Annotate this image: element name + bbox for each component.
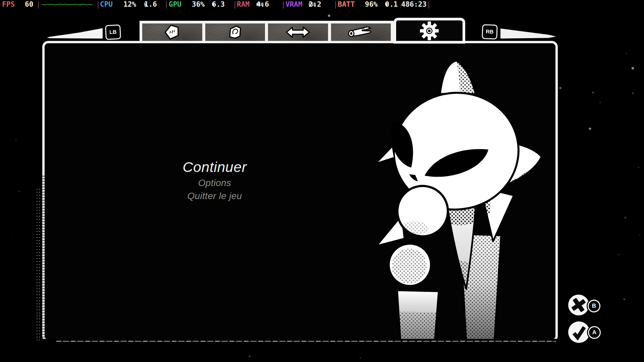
frame-left-speckle	[36, 188, 42, 340]
game-screen: FPS 60 | | CPU 12% 1.6W | GPU 36% 6.3W |…	[0, 0, 644, 362]
fps-label: FPS	[2, 0, 15, 9]
tab-strip	[140, 21, 393, 41]
hud-separator: |	[427, 0, 431, 9]
gear-icon	[420, 21, 439, 41]
ram-label: RAM	[237, 0, 250, 9]
fps-value: 60	[25, 0, 33, 9]
battery-time: 486:23	[401, 0, 427, 9]
tab-settings[interactable]	[393, 18, 465, 44]
tab-divider	[265, 23, 268, 41]
right-bumper-label: RB	[486, 29, 494, 35]
gpu-load: 36%	[192, 0, 205, 9]
a-button-label: A	[592, 329, 596, 336]
tab-notes[interactable]	[142, 23, 202, 41]
b-button-label: B	[592, 303, 596, 309]
right-decorative-wedge	[500, 28, 556, 39]
pause-menu: Continuer Options Quitter le jeu	[114, 160, 315, 201]
menu-item-continue[interactable]: Continuer	[114, 160, 315, 175]
hud-separator: |	[96, 0, 100, 9]
right-bumper-button[interactable]: RB	[482, 24, 498, 40]
cpu-label: CPU	[100, 0, 113, 9]
performance-hud: FPS 60 | | CPU 12% 1.6W | GPU 36% 6.3W |…	[0, 0, 644, 9]
tab-quests[interactable]	[331, 23, 391, 41]
gamepad-b-button: B	[588, 300, 600, 312]
frame-left-distress	[42, 174, 46, 339]
left-bumper-button[interactable]: LB	[105, 24, 121, 40]
hud-separator: |	[36, 0, 41, 9]
battery-charge: 96%	[365, 0, 378, 9]
note-icon	[164, 24, 180, 40]
scroll-icon	[347, 26, 374, 38]
cross-icon	[568, 295, 589, 315]
tab-map[interactable]	[205, 23, 265, 41]
map-icon	[227, 25, 243, 40]
battery-label: BATT	[338, 0, 355, 9]
gamepad-a-button: A	[588, 326, 601, 339]
character-illustration	[359, 56, 560, 342]
hud-separator: |	[164, 0, 169, 9]
tab-divider	[328, 23, 331, 41]
left-bumper-label: LB	[109, 29, 117, 35]
frametime-sparkline	[42, 2, 93, 7]
hud-separator: |	[233, 0, 237, 9]
check-icon	[568, 321, 590, 343]
hud-separator: |	[281, 0, 285, 9]
cpu-load: 12%	[123, 0, 136, 9]
tab-fast-travel[interactable]	[268, 23, 328, 41]
gpu-label: GPU	[169, 0, 181, 9]
left-decorative-wedge	[47, 28, 103, 39]
menu-item-options[interactable]: Options	[114, 178, 315, 188]
menu-item-quit[interactable]: Quitter le jeu	[114, 191, 315, 201]
tab-divider	[202, 23, 205, 41]
hud-separator: |	[333, 0, 338, 9]
vram-label: VRAM	[285, 0, 303, 9]
frame-bottom-border	[56, 341, 556, 342]
double-arrow-icon	[286, 25, 310, 39]
